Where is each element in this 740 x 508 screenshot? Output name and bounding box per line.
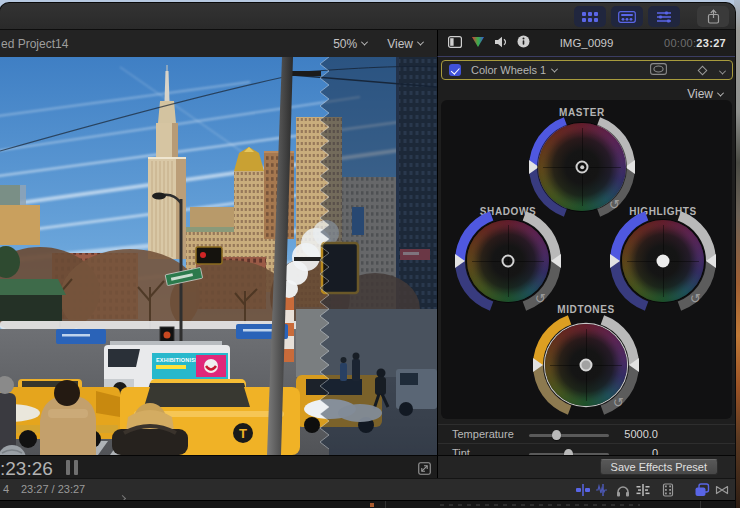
audio-skimming-icon xyxy=(595,482,611,498)
keyframe-icon[interactable] xyxy=(698,65,708,75)
solo-button[interactable] xyxy=(614,482,632,498)
timeline-index-icon xyxy=(618,11,636,23)
audio-skimming-button[interactable] xyxy=(594,482,612,498)
zoom-level-dropdown[interactable]: 50% xyxy=(333,37,367,51)
effect-name-dropdown[interactable]: Color Wheels 1 xyxy=(471,64,557,76)
effect-row-color-wheels[interactable]: Color Wheels 1 xyxy=(441,60,733,80)
mask-icon[interactable] xyxy=(650,61,667,79)
info-inspector-icon[interactable] xyxy=(517,34,530,52)
temperature-row: Temperature 5000.0 xyxy=(438,426,735,444)
skimming-button[interactable] xyxy=(574,482,592,498)
van-banner-text: EXHIBITIONISM xyxy=(156,357,200,363)
color-inspector-panel: Color Wheels 1 View MASTER SHADOWS HIGHL… xyxy=(437,57,735,455)
solo-headphones-icon xyxy=(615,482,631,498)
grid-view-icon xyxy=(581,11,599,23)
midtones-reset-button[interactable]: ↺ xyxy=(613,396,624,409)
current-timecode: :23:26 xyxy=(0,458,53,480)
pause-icon xyxy=(66,460,78,475)
filmstrip-button[interactable] xyxy=(659,482,677,498)
highlights-wheel-puck[interactable] xyxy=(657,255,670,268)
clip-timecode: 00:00:23:27 xyxy=(664,37,735,49)
midtones-wheel-puck[interactable] xyxy=(580,359,593,372)
video-inspector-icon[interactable] xyxy=(448,34,462,52)
titlebar-button-group xyxy=(574,6,680,27)
chevron-down-icon xyxy=(417,39,424,46)
midtones-color-wheel[interactable]: ↺ xyxy=(521,300,651,430)
fcp-window: ed Project14 50% View xyxy=(0,3,735,508)
save-effects-preset-button[interactable]: Save Effects Preset xyxy=(600,459,718,475)
timeline-toolbar: 4 23:27 / 23:27 xyxy=(0,478,735,500)
bowtie-button[interactable] xyxy=(713,482,731,498)
taxi-logo: T xyxy=(239,426,247,441)
stacked-windows-button[interactable] xyxy=(693,482,711,498)
color-inspector-icon[interactable] xyxy=(471,34,485,52)
adjust-sliders-icon xyxy=(656,11,672,23)
filmstrip-icon xyxy=(660,482,676,498)
project-duration: 23:27 / 23:27 xyxy=(21,483,85,495)
color-wheels-panel: MASTER SHADOWS HIGHLIGHTS MIDTONES xyxy=(441,100,732,419)
effect-enable-checkbox[interactable] xyxy=(449,64,461,76)
expand-viewer-button[interactable] xyxy=(418,461,431,479)
viewer-toolbar: ed Project14 50% View xyxy=(0,30,437,57)
temperature-value[interactable]: 5000.0 xyxy=(588,428,658,440)
chevron-down-icon xyxy=(361,39,368,46)
highlights-reset-button[interactable]: ↺ xyxy=(690,292,701,305)
bowtie-icon xyxy=(714,482,730,498)
grid-view-button[interactable] xyxy=(574,6,606,27)
shadows-wheel-puck[interactable] xyxy=(502,255,515,268)
temperature-slider-thumb[interactable] xyxy=(552,430,561,440)
timeline-index-button[interactable] xyxy=(611,6,643,27)
screen: ed Project14 50% View xyxy=(0,0,740,508)
snapping-button[interactable] xyxy=(634,482,652,498)
inspector-view-dropdown[interactable]: View xyxy=(687,87,723,101)
chevron-down-icon xyxy=(717,89,724,96)
titlebar xyxy=(0,3,735,30)
effect-collapse-chevron[interactable] xyxy=(720,61,725,79)
stacked-windows-icon xyxy=(694,482,710,498)
skimming-icon xyxy=(575,482,591,498)
audio-inspector-icon[interactable] xyxy=(494,34,508,52)
timeline-sliver xyxy=(0,500,735,508)
inspector-header: IMG_0099 00:00:23:27 xyxy=(437,30,735,57)
master-wheel-puck[interactable] xyxy=(576,161,589,174)
snapping-icon xyxy=(635,482,651,498)
temperature-label: Temperature xyxy=(452,428,514,440)
video-preview[interactable]: EXHIBITIONISM xyxy=(0,57,437,455)
viewer-transport-bar: :23:26 xyxy=(0,455,437,478)
adjust-sliders-button[interactable] xyxy=(648,6,680,27)
project-title: ed Project14 xyxy=(1,37,68,51)
preview-scene: EXHIBITIONISM xyxy=(0,57,437,455)
share-icon xyxy=(707,9,720,24)
duration-prefix: 4 xyxy=(3,483,9,495)
preset-bar: Save Effects Preset xyxy=(437,455,735,478)
chevron-down-icon xyxy=(551,65,558,72)
share-button[interactable] xyxy=(697,6,729,27)
viewer-view-dropdown[interactable]: View xyxy=(387,37,423,51)
